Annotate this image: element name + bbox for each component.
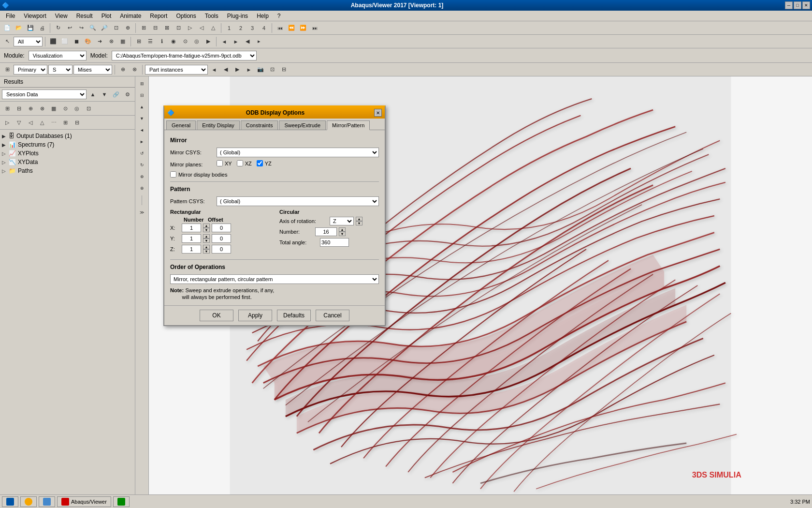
tree-item-spectrums[interactable]: ▶ 📊 Spectrums (7): [0, 140, 135, 149]
z-number-down-btn[interactable]: ▼: [203, 249, 210, 254]
side-icon4[interactable]: ▼: [137, 113, 147, 124]
side-icon5[interactable]: ◄: [137, 125, 147, 135]
x-number-input[interactable]: [182, 224, 201, 232]
step3-btn[interactable]: 3: [247, 23, 258, 33]
play-btn[interactable]: ⏩: [298, 23, 308, 33]
tab-constraints[interactable]: Constraints: [241, 120, 278, 130]
viewwire-btn[interactable]: ⬜: [59, 36, 70, 47]
model-select[interactable]: C:/AbaqusTemp/open-frame-fatigue-v25mm-9…: [112, 51, 257, 60]
s-select[interactable]: S: [48, 65, 72, 75]
menu-result[interactable]: Result: [72, 12, 97, 20]
info-btn[interactable]: ℹ: [157, 36, 167, 47]
tree-icon13[interactable]: ⋯: [48, 117, 59, 128]
anim-btn[interactable]: ▶: [203, 36, 214, 47]
axis-up-btn[interactable]: ▲: [356, 217, 362, 221]
results-tab[interactable]: Results: [0, 76, 135, 88]
total-angle-input[interactable]: [320, 238, 349, 247]
tree-icon10[interactable]: ▽: [14, 117, 24, 128]
tree-icon11[interactable]: ◁: [25, 117, 36, 128]
order-select[interactable]: Mirror, rectangular pattern, circular pa…: [170, 274, 379, 284]
y-number-up-btn[interactable]: ▲: [203, 234, 210, 239]
tensor-btn[interactable]: ⊗: [106, 36, 116, 47]
circ-number-up-btn[interactable]: ▲: [339, 227, 346, 232]
viewshade-btn[interactable]: ◼: [71, 36, 82, 47]
menu-plot[interactable]: Plot: [98, 12, 116, 20]
tree-icon9[interactable]: ▷: [2, 117, 13, 128]
mat-btn[interactable]: ▦: [117, 36, 128, 47]
y-number-down-btn[interactable]: ▼: [203, 239, 210, 243]
cam2-btn[interactable]: ►: [231, 36, 241, 47]
z-number-input[interactable]: [182, 245, 201, 254]
view1-btn[interactable]: ⊙: [180, 36, 190, 47]
save-btn[interactable]: 💾: [25, 23, 36, 33]
menu-plugins[interactable]: Plug-ins: [223, 12, 252, 20]
view3d-btn[interactable]: ⬛: [48, 36, 58, 47]
nav3-btn[interactable]: ⊠: [161, 23, 172, 33]
tree-icon2[interactable]: ⊟: [14, 103, 24, 114]
side-icon7[interactable]: ↺: [137, 148, 147, 159]
x-number-up-btn[interactable]: ▲: [203, 224, 210, 228]
session-link-btn[interactable]: 🔗: [111, 89, 121, 100]
pi-prev-btn[interactable]: ◀: [220, 64, 231, 75]
step1-btn[interactable]: 1: [224, 23, 234, 33]
cam4-btn[interactable]: ▸: [254, 36, 264, 47]
maximize-button[interactable]: □: [794, 1, 801, 9]
yz-checkbox-label[interactable]: YZ: [257, 160, 272, 166]
tab-mirror-pattern[interactable]: Mirror/Pattern: [327, 120, 370, 130]
rotate-btn[interactable]: ↻: [53, 23, 63, 33]
pi-next-btn[interactable]: ▶: [232, 64, 243, 75]
nav2-btn[interactable]: ⊟: [150, 23, 160, 33]
side-icon6[interactable]: ►: [137, 136, 147, 147]
select-btn[interactable]: ⊕: [122, 23, 133, 33]
xy-checkbox-label[interactable]: XY: [217, 160, 232, 166]
undo-btn[interactable]: ↩: [64, 23, 75, 33]
tree-item-xyplots[interactable]: ▷ 📈 XYPlots: [0, 149, 135, 158]
mises-select[interactable]: Mises: [73, 65, 112, 75]
side-icon8[interactable]: ↻: [137, 160, 147, 170]
grid-btn[interactable]: ⊞: [133, 36, 144, 47]
tree-item-paths[interactable]: ▷ 📁 Paths: [0, 166, 135, 175]
menu-animate[interactable]: Animate: [116, 12, 145, 20]
xz-checkbox[interactable]: [237, 160, 243, 166]
vector-btn[interactable]: ➜: [94, 36, 105, 47]
part-instances-select[interactable]: Part instances: [145, 65, 208, 75]
viewport[interactable]: 3DS SIMULIA 🔷 ODB Display Options ✕ Gene…: [149, 76, 812, 494]
session-down-btn[interactable]: ▼: [99, 89, 110, 100]
taskbar-browser[interactable]: [20, 496, 37, 507]
fit-btn[interactable]: ⊡: [111, 23, 121, 33]
side-icon3[interactable]: ▲: [137, 102, 147, 112]
primary-select[interactable]: Primary: [14, 65, 47, 75]
close-button[interactable]: ✕: [802, 1, 810, 9]
menu-options[interactable]: Options: [172, 12, 200, 20]
legend-btn[interactable]: ☰: [145, 36, 156, 47]
defaults-button[interactable]: Defaults: [277, 310, 311, 321]
tab-entity-display[interactable]: Entity Display: [197, 120, 240, 130]
tree-icon5[interactable]: ▦: [48, 103, 59, 114]
pi-expand-btn[interactable]: ⊡: [267, 64, 277, 75]
menu-file[interactable]: File: [2, 12, 19, 20]
tree-icon15[interactable]: ⊟: [72, 117, 82, 128]
tab-general[interactable]: General: [166, 120, 196, 130]
side-icon11[interactable]: ≫: [137, 207, 147, 218]
zoom-in-btn[interactable]: 🔍: [87, 23, 98, 33]
yz-checkbox[interactable]: [257, 160, 263, 166]
ok-button[interactable]: OK: [200, 310, 233, 321]
zoom-out-btn[interactable]: 🔎: [99, 23, 110, 33]
start-button[interactable]: [2, 496, 18, 507]
apply-button[interactable]: Apply: [238, 310, 272, 321]
nav1-btn[interactable]: ⊞: [138, 23, 149, 33]
tree-icon14[interactable]: ⊞: [60, 117, 71, 128]
z-offset-input[interactable]: [212, 245, 231, 254]
prev-btn[interactable]: ⏪: [286, 23, 297, 33]
pattern-csys-select[interactable]: ( Global): [217, 196, 379, 206]
tree-icon4[interactable]: ⊗: [37, 103, 47, 114]
session-up-btn[interactable]: ▲: [87, 89, 98, 100]
module-select[interactable]: Visualization: [29, 51, 87, 60]
print-btn[interactable]: 🖨: [37, 23, 47, 33]
cam3-btn[interactable]: ◀: [242, 36, 253, 47]
tree-icon6[interactable]: ⊙: [60, 103, 71, 114]
session-gear-btn[interactable]: ⚙: [122, 89, 133, 100]
session-data-select[interactable]: Session Data: [2, 90, 87, 99]
menu-viewport[interactable]: Viewport: [20, 12, 50, 20]
nav7-btn[interactable]: △: [208, 23, 218, 33]
